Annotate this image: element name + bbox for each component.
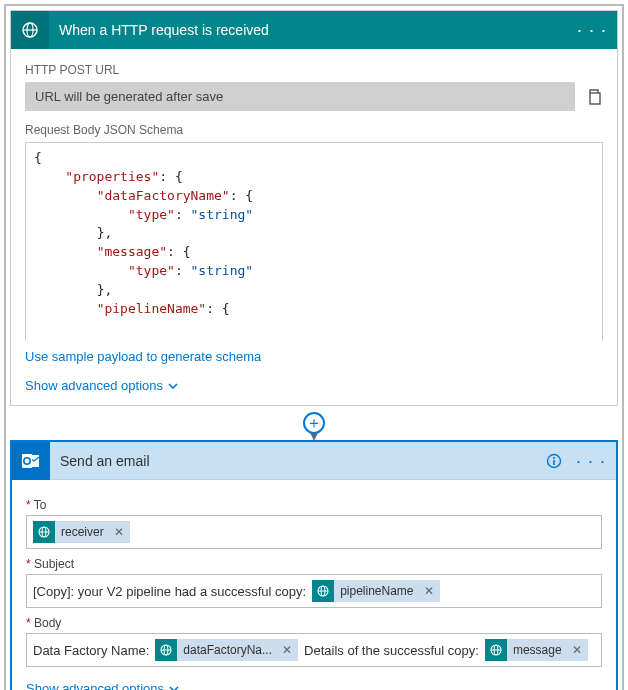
http-trigger-card: When a HTTP request is received · · · HT…: [10, 10, 618, 406]
chevron-down-icon: [168, 683, 180, 690]
email-card-title: Send an email: [50, 453, 546, 469]
token-label: pipelineName: [340, 584, 417, 598]
dynamic-token[interactable]: pipelineName✕: [312, 580, 439, 602]
schema-label: Request Body JSON Schema: [25, 123, 603, 137]
http-card-header[interactable]: When a HTTP request is received · · ·: [11, 11, 617, 49]
svg-rect-9: [553, 460, 555, 465]
sample-payload-link[interactable]: Use sample payload to generate schema: [25, 349, 261, 364]
to-label: * To: [26, 498, 602, 512]
outlook-icon: [12, 442, 50, 480]
http-advanced-toggle[interactable]: Show advanced options: [25, 378, 603, 393]
http-card-title: When a HTTP request is received: [49, 22, 577, 38]
email-card-header[interactable]: Send an email · · ·: [12, 442, 616, 480]
body-input[interactable]: Data Factory Name:dataFactoryNa...✕Detai…: [26, 633, 602, 667]
http-advanced-label: Show advanced options: [25, 378, 163, 393]
copy-icon[interactable]: [585, 88, 603, 106]
token-remove-icon[interactable]: ✕: [108, 525, 130, 539]
token-globe-icon: [485, 639, 507, 661]
token-label: dataFactoryNa...: [183, 643, 276, 657]
token-remove-icon[interactable]: ✕: [418, 584, 440, 598]
dynamic-token[interactable]: receiver✕: [33, 521, 130, 543]
schema-editor[interactable]: { "properties": { "dataFactoryName": { "…: [25, 142, 603, 341]
svg-point-8: [553, 457, 555, 459]
token-globe-icon: [33, 521, 55, 543]
http-icon: [11, 11, 49, 49]
subject-input[interactable]: [Copy]: your V2 pipeline had a successfu…: [26, 574, 602, 608]
dynamic-token[interactable]: message✕: [485, 639, 588, 661]
token-globe-icon: [312, 580, 334, 602]
flow-connector: ＋ ▾: [10, 406, 618, 440]
chevron-down-icon: [167, 380, 179, 392]
to-input[interactable]: receiver✕: [26, 515, 602, 549]
http-url-label: HTTP POST URL: [25, 63, 603, 77]
email-advanced-label: Show advanced options: [26, 681, 164, 690]
dynamic-token[interactable]: dataFactoryNa...✕: [155, 639, 298, 661]
token-label: receiver: [61, 525, 108, 539]
static-text: Details of the successful copy:: [304, 643, 479, 658]
token-globe-icon: [155, 639, 177, 661]
body-label: * Body: [26, 616, 602, 630]
svg-rect-3: [590, 93, 600, 104]
add-step-button[interactable]: ＋: [303, 412, 325, 434]
token-remove-icon[interactable]: ✕: [566, 643, 588, 657]
static-text: [Copy]: your V2 pipeline had a successfu…: [33, 584, 306, 599]
email-advanced-toggle[interactable]: Show advanced options: [26, 681, 602, 690]
info-icon[interactable]: [546, 453, 562, 469]
send-email-card: Send an email · · · * To receiver✕ * Sub…: [10, 440, 618, 690]
static-text: Data Factory Name:: [33, 643, 149, 658]
http-url-field: URL will be generated after save: [25, 82, 575, 111]
token-remove-icon[interactable]: ✕: [276, 643, 298, 657]
token-label: message: [513, 643, 566, 657]
subject-label: * Subject: [26, 557, 602, 571]
